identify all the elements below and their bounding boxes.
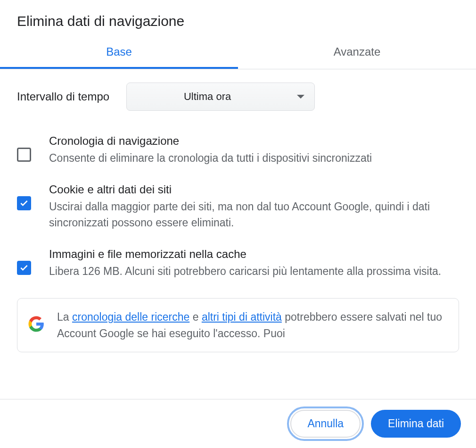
option-text: Cookie e altri dati dei siti Uscirai dal… [49, 183, 459, 231]
option-desc: Uscirai dalla maggior parte dei siti, ma… [49, 199, 459, 231]
option-cookies[interactable]: Cookie e altri dati dei siti Uscirai dal… [17, 174, 459, 239]
check-icon [19, 199, 29, 208]
option-title: Immagini e file memorizzati nella cache [49, 248, 459, 261]
tabs: Base Avanzate [0, 36, 476, 69]
dialog-body: Intervallo di tempo Ultima ora Cronologi… [0, 69, 476, 399]
search-history-link[interactable]: cronologia delle ricerche [72, 311, 189, 323]
time-range-select[interactable]: Ultima ora [126, 83, 315, 111]
info-text: La cronologia delle ricerche e altri tip… [57, 309, 447, 341]
other-activity-link[interactable]: altri tipi di attività [202, 311, 282, 323]
google-account-info: La cronologia delle ricerche e altri tip… [17, 298, 459, 352]
tab-base[interactable]: Base [0, 36, 238, 69]
options-list: Cronologia di navigazione Consente di el… [17, 115, 459, 288]
dialog-title: Elimina dati di navigazione [17, 13, 459, 29]
option-title: Cookie e altri dati dei siti [49, 183, 459, 196]
tab-advanced[interactable]: Avanzate [238, 36, 476, 69]
option-desc: Libera 126 MB. Alcuni siti potrebbero ca… [49, 264, 459, 279]
info-text-prefix: La [57, 311, 72, 323]
check-icon [19, 263, 29, 273]
cancel-button[interactable]: Annulla [290, 410, 361, 438]
clear-browsing-data-dialog: Elimina dati di navigazione Base Avanzat… [0, 0, 476, 448]
checkbox-cache[interactable] [17, 261, 31, 275]
option-cache[interactable]: Immagini e file memorizzati nella cache … [17, 239, 459, 288]
option-text: Cronologia di navigazione Consente di el… [49, 134, 459, 166]
checkbox-cookies[interactable] [17, 196, 31, 210]
google-logo-icon [28, 315, 45, 334]
dialog-footer: Annulla Elimina dati [0, 399, 476, 448]
checkbox-browsing-history[interactable] [17, 148, 31, 162]
time-range-label: Intervallo di tempo [17, 90, 109, 103]
option-desc: Consente di eliminare la cronologia da t… [49, 150, 459, 166]
time-range-select-wrap: Ultima ora [126, 83, 315, 111]
clear-data-button[interactable]: Elimina dati [371, 410, 461, 438]
option-text: Immagini e file memorizzati nella cache … [49, 248, 459, 279]
option-title: Cronologia di navigazione [49, 134, 459, 148]
dialog-header: Elimina dati di navigazione [0, 0, 476, 36]
info-text-mid: e [189, 311, 202, 323]
option-browsing-history[interactable]: Cronologia di navigazione Consente di el… [17, 126, 459, 174]
time-range-row: Intervallo di tempo Ultima ora [17, 69, 459, 115]
